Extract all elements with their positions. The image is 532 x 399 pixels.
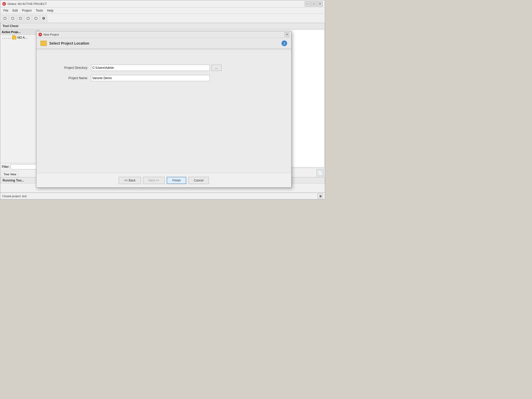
- finish-button[interactable]: Finish: [167, 177, 186, 184]
- toolbar-btn-3[interactable]: ⬡: [17, 15, 24, 22]
- menu-project[interactable]: Project: [20, 8, 34, 13]
- active-projects-header: Active Proje...: [0, 29, 39, 35]
- browse-button[interactable]: ...: [211, 65, 222, 71]
- left-panel: Active Proje... ..... NO A... Filter: Tr…: [0, 29, 39, 177]
- project-item: ..... NO A...: [0, 35, 39, 40]
- cancel-button[interactable]: Cancel: [188, 177, 209, 184]
- folder-icon: [12, 36, 16, 39]
- restore-button[interactable]: □: [311, 1, 317, 6]
- app-icon: G: [2, 2, 6, 6]
- filter-label: Filter:: [2, 165, 10, 169]
- dialog-title-left: G New Project: [38, 33, 59, 36]
- tool-chest-header: Tool Chest: [0, 23, 325, 29]
- project-directory-row: Project Directory: ...: [47, 65, 281, 71]
- toolbar: ⬡ ⬡ ⬡ ⬡ ⬡ ⚙: [0, 14, 325, 23]
- nav-icon-button[interactable]: 📄: [317, 169, 324, 176]
- title-bar-left: G Ghidra: NO ACTIVE PROJECT: [2, 2, 47, 6]
- dialog-body: Project Directory: ... Project Name:: [36, 49, 291, 173]
- dialog-close-button[interactable]: ✕: [285, 32, 289, 37]
- toolbar-btn-2[interactable]: ⬡: [9, 15, 16, 22]
- menu-file[interactable]: File: [1, 8, 10, 13]
- dialog-header: Select Project Location i: [36, 38, 291, 49]
- next-button[interactable]: Next >>: [143, 177, 165, 184]
- no-active-label: NO A...: [17, 36, 27, 39]
- dialog-title-text: New Project: [44, 33, 59, 36]
- minimize-button[interactable]: ─: [305, 1, 310, 6]
- title-bar-controls: ─ □ ✕: [305, 1, 323, 6]
- panel-bottom: Filter: Tree View: [0, 163, 39, 177]
- dialog-header-left: Select Project Location: [41, 41, 89, 46]
- menu-bar: File Edit Project Tools Help: [0, 7, 325, 14]
- dialog-footer: << Back Next >> Finish Cancel: [36, 173, 291, 187]
- dialog-app-icon: G: [38, 33, 42, 36]
- dots-label: .....: [2, 36, 11, 39]
- project-name-input[interactable]: [91, 75, 210, 81]
- menu-help[interactable]: Help: [45, 8, 55, 13]
- folder-open-icon: [41, 41, 47, 46]
- project-name-row: Project Name:: [47, 75, 281, 81]
- back-button[interactable]: << Back: [119, 177, 141, 184]
- close-button[interactable]: ✕: [317, 1, 323, 6]
- tree-view-tab[interactable]: Tree View: [1, 171, 19, 177]
- window-title: Ghidra: NO ACTIVE PROJECT: [7, 2, 47, 5]
- dialog-header-title: Select Project Location: [49, 41, 89, 45]
- info-icon[interactable]: i: [281, 40, 287, 46]
- status-text: Closed project: test: [2, 195, 27, 198]
- project-directory-input[interactable]: [91, 65, 210, 71]
- title-bar: G Ghidra: NO ACTIVE PROJECT ─ □ ✕: [0, 0, 325, 7]
- status-bar: Closed project: test 🖥: [0, 193, 325, 199]
- project-directory-label: Project Directory:: [47, 66, 88, 70]
- status-icon: 🖥: [318, 194, 323, 199]
- toolbar-btn-6[interactable]: ⚙: [40, 15, 47, 22]
- menu-edit[interactable]: Edit: [10, 8, 20, 13]
- new-project-dialog: G New Project ✕ Select Project Location …: [36, 31, 292, 188]
- menu-tools[interactable]: Tools: [34, 8, 45, 13]
- filter-bar: Filter:: [0, 163, 39, 170]
- toolbar-btn-5[interactable]: ⬡: [32, 15, 39, 22]
- toolbar-btn-4[interactable]: ⬡: [25, 15, 32, 22]
- project-name-label: Project Name:: [47, 76, 88, 80]
- toolbar-btn-1[interactable]: ⬡: [1, 15, 9, 22]
- dialog-title-bar: G New Project ✕: [36, 31, 291, 38]
